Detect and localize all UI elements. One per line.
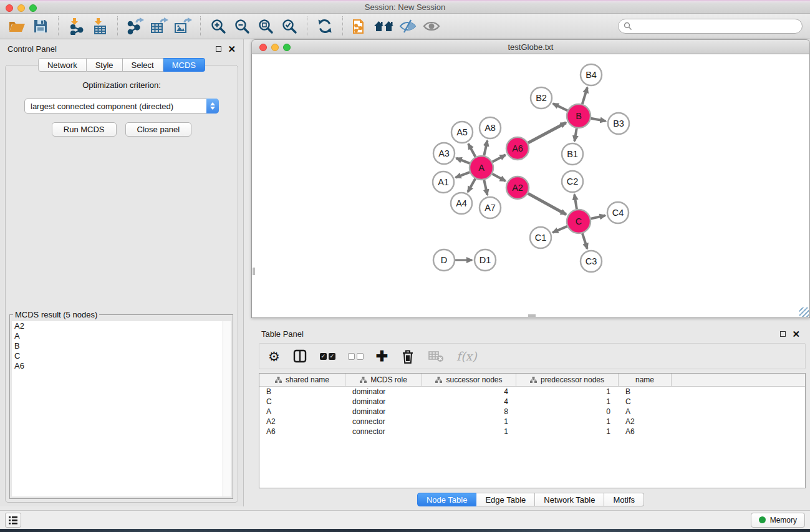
network-zoom-button[interactable] — [283, 44, 291, 51]
cell-predecessor-nodes[interactable]: 0 — [516, 407, 619, 417]
new-network-from-file-icon[interactable] — [349, 16, 372, 37]
export-network-icon[interactable] — [123, 16, 147, 37]
table-row-a2[interactable]: A2connector11A2 — [259, 417, 805, 427]
open-folder-icon[interactable] — [5, 16, 29, 37]
select-all-checkboxes-icon[interactable]: ✓ ✓ — [320, 353, 335, 360]
graph-edge-B-B2[interactable] — [553, 104, 567, 110]
column-header-shared-name[interactable]: shared name — [259, 374, 345, 386]
graph-edge-A-A5[interactable] — [468, 143, 475, 157]
zoom-selected-icon[interactable] — [277, 16, 301, 37]
task-history-button[interactable] — [5, 513, 21, 528]
tab-motifs[interactable]: Motifs — [604, 493, 644, 506]
tab-mcds[interactable]: MCDS — [163, 58, 205, 72]
graph-edge-C-C4[interactable] — [591, 216, 605, 219]
graph-edge-A-A8[interactable] — [484, 141, 487, 156]
network-graph[interactable]: AA1A2A3A4A5A6A7A8BB1B2B3B4CC1C2C3C4DD1 — [252, 54, 809, 317]
cell-name[interactable]: A — [619, 407, 672, 417]
tab-style[interactable]: Style — [87, 58, 123, 72]
column-header-successor-nodes[interactable]: successor nodes — [422, 374, 516, 386]
delete-column-trash-icon[interactable] — [400, 349, 415, 364]
result-item-a[interactable]: A — [12, 331, 231, 341]
cell-shared-name[interactable]: C — [259, 397, 345, 407]
search-input[interactable] — [632, 22, 797, 31]
graph-edge-B-B1[interactable] — [574, 128, 576, 142]
tab-edge-table[interactable]: Edge Table — [476, 493, 535, 506]
cell-MCDS-role[interactable]: dominator — [345, 397, 422, 407]
cell-predecessor-nodes[interactable]: 1 — [516, 387, 619, 397]
graph-edge-A-A7[interactable] — [484, 180, 487, 195]
hide-panels-eye-slash-icon[interactable] — [396, 16, 420, 37]
cell-shared-name[interactable]: B — [259, 387, 345, 397]
network-close-button[interactable] — [259, 44, 267, 51]
close-table-panel-icon[interactable]: ✕ — [792, 329, 800, 339]
cell-name[interactable]: A6 — [619, 427, 672, 437]
network-resize-grip[interactable] — [799, 307, 809, 317]
graph-edge-B-B4[interactable] — [582, 87, 587, 104]
tab-node-table[interactable]: Node Table — [417, 493, 477, 506]
graph-edge-A-A3[interactable] — [456, 158, 470, 163]
cell-name[interactable]: A2 — [619, 417, 672, 427]
cell-MCDS-role[interactable]: dominator — [345, 387, 422, 397]
add-column-plus-icon[interactable]: ✚ — [376, 349, 388, 364]
cell-MCDS-role[interactable]: connector — [345, 417, 422, 427]
cell-MCDS-role[interactable]: dominator — [345, 407, 422, 417]
cell-successor-nodes[interactable]: 4 — [422, 387, 516, 397]
network-vscroll-thumb[interactable] — [253, 268, 255, 275]
cell-shared-name[interactable]: A6 — [259, 427, 345, 437]
zoom-out-icon[interactable] — [230, 16, 254, 37]
result-item-a6[interactable]: A6 — [12, 361, 231, 371]
home-layout-icon[interactable] — [372, 16, 396, 37]
cell-name[interactable]: C — [619, 397, 672, 407]
close-panel-icon[interactable]: ✕ — [228, 44, 236, 54]
zoom-fit-icon[interactable] — [254, 16, 277, 37]
cell-successor-nodes[interactable]: 1 — [422, 427, 516, 437]
result-item-b[interactable]: B — [12, 341, 231, 351]
network-canvas[interactable]: AA1A2A3A4A5A6A7A8BB1B2B3B4CC1C2C3C4DD1 — [251, 54, 810, 318]
cell-shared-name[interactable]: A — [259, 407, 345, 417]
graph-edge-A2-C[interactable] — [528, 193, 566, 215]
result-item-c[interactable]: C — [12, 351, 231, 361]
cell-MCDS-role[interactable]: connector — [345, 427, 422, 437]
column-header-predecessor-nodes[interactable]: predecessor nodes — [516, 374, 619, 386]
tab-select[interactable]: Select — [123, 58, 163, 72]
minimize-window-button[interactable] — [17, 4, 25, 12]
cell-successor-nodes[interactable]: 8 — [422, 407, 516, 417]
toolbar-search-field[interactable] — [618, 19, 803, 34]
graph-edge-C-C1[interactable] — [552, 226, 567, 233]
criterion-dropdown[interactable]: largest connected component (directed) — [24, 99, 219, 114]
cell-predecessor-nodes[interactable]: 1 — [516, 427, 619, 437]
graph-edge-A-A4[interactable] — [468, 178, 475, 191]
close-panel-button[interactable]: Close panel — [125, 122, 192, 137]
export-image-icon[interactable] — [171, 16, 195, 37]
float-table-panel-icon[interactable] — [780, 331, 786, 337]
column-header-MCDS-role[interactable]: MCDS role — [345, 374, 422, 386]
network-window-titlebar[interactable]: testGlobe.txt — [251, 39, 810, 54]
cell-successor-nodes[interactable]: 1 — [422, 417, 516, 427]
tab-network-table[interactable]: Network Table — [535, 493, 604, 506]
show-panels-eye-icon[interactable] — [420, 16, 443, 37]
result-list-scrollbar[interactable] — [223, 321, 231, 496]
import-table-icon[interactable] — [88, 16, 112, 37]
table-row-c[interactable]: Cdominator41C — [259, 397, 805, 407]
cell-shared-name[interactable]: A2 — [259, 417, 345, 427]
graph-edge-A-A2[interactable] — [493, 174, 506, 181]
result-item-a2[interactable]: A2 — [12, 321, 231, 331]
float-panel-icon[interactable] — [216, 46, 221, 52]
cell-name[interactable]: B — [619, 387, 672, 397]
cell-predecessor-nodes[interactable]: 1 — [516, 397, 619, 407]
run-mcds-button[interactable]: Run MCDS — [52, 122, 117, 137]
table-row-a[interactable]: Adominator80A — [259, 407, 805, 417]
cell-successor-nodes[interactable]: 4 — [422, 397, 516, 407]
network-minimize-button[interactable] — [271, 44, 279, 51]
network-hscroll-thumb[interactable] — [528, 314, 536, 317]
graph-edge-A-A6[interactable] — [493, 155, 506, 162]
memory-button[interactable]: Memory — [751, 513, 805, 528]
graph-edge-A6-B[interactable] — [528, 123, 566, 143]
graph-edge-C-C2[interactable] — [574, 195, 577, 209]
export-table-icon[interactable] — [147, 16, 171, 37]
close-window-button[interactable] — [6, 4, 13, 12]
save-session-icon[interactable] — [29, 16, 52, 37]
toggle-columns-icon[interactable] — [292, 349, 307, 364]
column-header-name[interactable]: name — [619, 374, 672, 386]
cell-predecessor-nodes[interactable]: 1 — [516, 417, 619, 427]
